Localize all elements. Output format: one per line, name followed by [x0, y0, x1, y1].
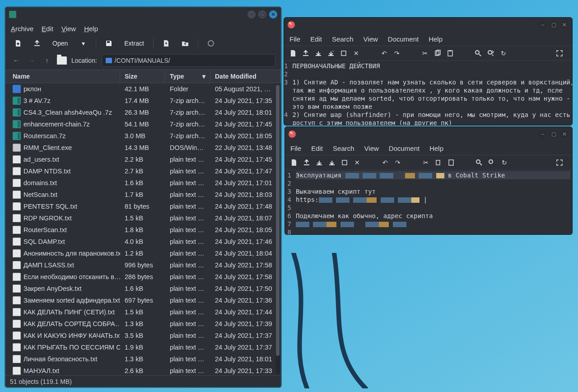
col-name[interactable]: Name	[8, 70, 120, 83]
copy-icon[interactable]	[435, 159, 442, 166]
redo-icon[interactable]: ↷	[393, 50, 401, 57]
menu-edit[interactable]: Edit	[310, 35, 322, 43]
table-row[interactable]: ДАМП LSASS.txt996 bytesplain text d…24 J…	[5, 259, 281, 271]
close-tab-icon[interactable]: ✕	[353, 50, 360, 57]
close-tab-icon[interactable]: ✕	[354, 159, 361, 166]
stop-button[interactable]	[204, 37, 218, 50]
new-folder-button[interactable]	[178, 37, 192, 50]
home-icon[interactable]	[57, 56, 67, 65]
cut-icon[interactable]: ✂	[422, 159, 429, 166]
up-button[interactable]: ↑	[42, 55, 52, 66]
save-button[interactable]	[102, 37, 116, 50]
code-area[interactable]: Эксплуатация в Cobalt StrikeВыкачиваем с…	[293, 170, 572, 234]
open-icon[interactable]	[303, 159, 310, 166]
table-row[interactable]: Закреп AnyDesk.txt1.6 kBplain text d…24 …	[5, 283, 281, 294]
menu-document[interactable]: Document	[389, 145, 420, 152]
new-file-button[interactable]	[159, 37, 173, 50]
maximize-button[interactable]: ▢	[258, 10, 266, 19]
extract-button[interactable]: Extract	[121, 37, 148, 50]
close-button[interactable]: ✕	[269, 10, 277, 19]
table-row[interactable]: enhancement-chain.7z54.1 MB7-zip archive…	[5, 118, 281, 130]
save-as-icon[interactable]	[327, 50, 335, 57]
menu-view[interactable]: View	[364, 145, 379, 152]
search-icon[interactable]	[475, 50, 482, 57]
table-row[interactable]: NetScan.txt1.7 kBplain text d…24 July 20…	[5, 189, 281, 201]
forward-button[interactable]: →	[26, 55, 37, 66]
location-input[interactable]: /CONTI/MANUALS/	[102, 54, 275, 67]
table-row[interactable]: КАК ПРЫГАТЬ ПО СЕССИЯМ С…1.9 kBplain tex…	[5, 341, 281, 353]
minimize-button[interactable]: –	[539, 21, 547, 29]
paste-icon[interactable]	[447, 159, 455, 166]
cut-icon[interactable]: ✂	[421, 50, 429, 57]
menu-help[interactable]: Help	[84, 25, 98, 33]
save-icon[interactable]	[315, 50, 322, 57]
maximize-button[interactable]: ▢	[550, 130, 558, 138]
menu-file[interactable]: File	[290, 145, 301, 152]
close-button[interactable]: ✕	[560, 21, 569, 29]
titlebar[interactable]: – ▢ ✕	[284, 18, 572, 32]
menu-search[interactable]: Search	[333, 145, 354, 152]
revert-icon[interactable]	[340, 50, 347, 57]
titlebar[interactable]: – ▢ ✕	[285, 127, 572, 141]
table-row[interactable]: PENTEST SQL.txt81 bytesplain text d…24 J…	[5, 201, 281, 212]
open-icon[interactable]	[302, 50, 309, 57]
table-row[interactable]: КАК ДЕЛАТЬ СОРТЕД СОБРА…1.3 kBplain text…	[5, 318, 281, 330]
table-row[interactable]: CS4.3_Clean ahsh4veaQu .7z26.3 MB7-zip a…	[5, 107, 281, 118]
table-row[interactable]: 3 # AV.7z17.4 MB7-zip archive24 July 202…	[5, 95, 281, 107]
menu-edit[interactable]: Edit	[311, 145, 323, 152]
replace-icon[interactable]	[487, 50, 494, 57]
code-area[interactable]: ПЕРВОНАЧАЛЬНЫЕ ДЕЙСТВИЯ1) Снятие AD - по…	[289, 61, 572, 125]
table-row[interactable]: RDP NGROK.txt1.5 kBplain text d…24 July …	[5, 212, 281, 224]
table-row[interactable]: Личная безопасность.txt1.3 kBplain text …	[5, 353, 281, 365]
replace-icon[interactable]	[488, 159, 495, 166]
table-row[interactable]: Анонимность для параноиков.txt1.2 kBplai…	[5, 247, 281, 259]
menu-file[interactable]: File	[289, 35, 300, 43]
editor-body[interactable]: 12345678 Эксплуатация в Cobalt StrikeВык…	[285, 170, 572, 234]
search-icon[interactable]	[475, 159, 483, 166]
close-button[interactable]: ✕	[560, 130, 569, 138]
table-row[interactable]: domains.txt1.6 kBplain text d…24 July 20…	[5, 177, 281, 189]
copy-icon[interactable]	[434, 50, 441, 57]
table-row[interactable]: RMM_Client.exe14.3 MBDOS/Windo…22 July 2…	[5, 142, 281, 154]
maximize-button[interactable]: ▢	[550, 21, 558, 29]
titlebar[interactable]: – ▢ ✕	[5, 7, 281, 22]
table-row[interactable]: Заменяем sorted адфиндера.txt697 bytespl…	[5, 294, 281, 306]
fullscreen-icon[interactable]	[556, 50, 563, 57]
open-button[interactable]: Open	[49, 37, 71, 50]
undo-icon[interactable]: ↶	[382, 159, 389, 166]
new-button[interactable]	[11, 37, 25, 50]
table-row[interactable]: КАК И КАКУЮ ИНФУ КАЧАТЬ.txt3.5 kBplain t…	[5, 330, 281, 341]
back-button[interactable]: ←	[11, 55, 22, 66]
col-type[interactable]: Type ▾	[165, 70, 210, 83]
table-row[interactable]: Если необходимо отсканить в…286 bytespla…	[5, 271, 281, 283]
editor-body[interactable]: 1234 ПЕРВОНАЧАЛЬНЫЕ ДЕЙСТВИЯ1) Снятие AD…	[284, 61, 572, 125]
save-as-icon[interactable]	[328, 159, 336, 166]
table-row[interactable]: SQL DAMP.txt4.0 kBplain text d…24 July 2…	[5, 236, 281, 247]
menu-edit[interactable]: Edit	[42, 25, 53, 33]
undo-icon[interactable]: ↶	[381, 50, 388, 57]
minimize-button[interactable]: –	[247, 10, 256, 19]
open-dropdown[interactable]: ▾	[76, 37, 90, 50]
add-button[interactable]	[30, 37, 44, 50]
new-file-icon[interactable]	[289, 50, 297, 57]
col-date[interactable]: Date Modified	[210, 70, 281, 83]
menu-view[interactable]: View	[61, 25, 76, 33]
minimize-button[interactable]: –	[539, 130, 547, 138]
menu-search[interactable]: Search	[332, 35, 354, 43]
menu-document[interactable]: Document	[388, 35, 419, 43]
col-size[interactable]: Size	[120, 70, 165, 83]
goto-icon[interactable]: ↻	[501, 159, 508, 166]
new-file-icon[interactable]	[290, 159, 298, 166]
revert-icon[interactable]	[341, 159, 348, 166]
table-row[interactable]: КАК ДЕЛАТЬ ПИНГ (СЕТИ).txt1.5 kBplain te…	[5, 306, 281, 318]
goto-icon[interactable]: ↻	[500, 50, 507, 57]
save-icon[interactable]	[316, 159, 323, 166]
menu-help[interactable]: Help	[429, 35, 443, 43]
menu-view[interactable]: View	[364, 35, 378, 43]
table-row[interactable]: МАНУАЛ.txt2.6 kBplain text d…24 July 202…	[5, 365, 281, 375]
table-row[interactable]: Routerscan.7z3.0 MB7-zip archive24 July …	[5, 130, 281, 142]
redo-icon[interactable]: ↷	[394, 159, 401, 166]
table-row[interactable]: DAMP NTDS.txt2.7 kBplain text d…24 July …	[5, 165, 281, 177]
menu-archive[interactable]: Archive	[11, 25, 33, 33]
vertical-scrollbar[interactable]	[275, 84, 280, 374]
